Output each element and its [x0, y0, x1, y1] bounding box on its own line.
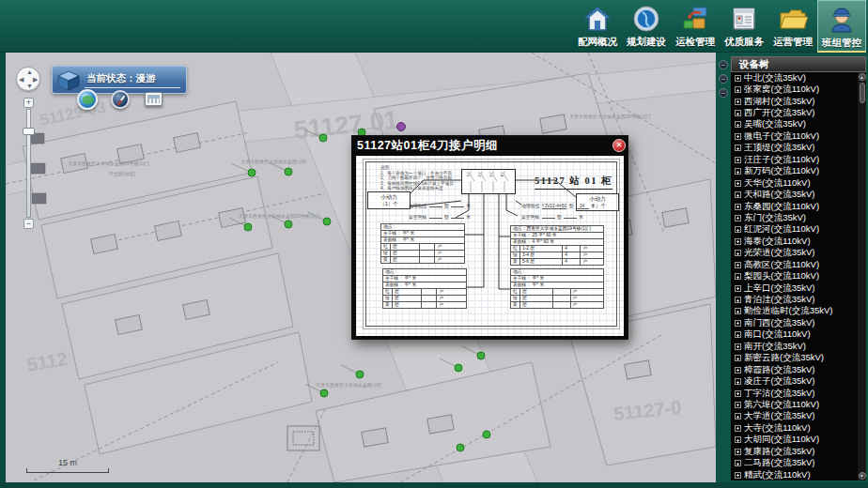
substation-marker[interactable]: [455, 364, 462, 372]
device-tree-item[interactable]: 青泊洼(交流35kV): [731, 294, 858, 305]
device-tree-item[interactable]: 中北(交流35kV): [731, 72, 858, 84]
toolbar-item-operation[interactable]: 运营管理: [768, 0, 817, 53]
device-tree-item[interactable]: 吴嘴(交流35kV): [731, 119, 858, 130]
device-tree-item[interactable]: 丁字沽(交流35kV): [731, 388, 858, 399]
expand-icon[interactable]: [735, 413, 741, 419]
expand-icon[interactable]: [735, 331, 741, 338]
expand-icon[interactable]: [735, 250, 741, 256]
device-tree-item[interactable]: 红泥河(交流110kV): [731, 224, 858, 236]
substation-marker[interactable]: [285, 221, 292, 228]
substation-marker[interactable]: [244, 223, 252, 231]
substation-marker[interactable]: [457, 444, 464, 451]
expand-icon[interactable]: [735, 355, 741, 361]
device-tree-item[interactable]: 梨园头(交流110kV): [731, 270, 858, 282]
device-tree-item[interactable]: 第六埠(交流110kV): [731, 399, 858, 410]
device-tree-item[interactable]: 海泰(交流110kV): [731, 236, 858, 247]
toolbar-item-planning[interactable]: 规划建设: [622, 0, 671, 53]
substation-marker[interactable]: [323, 218, 331, 225]
device-tree-item[interactable]: 新密云路(交流35kV): [731, 353, 858, 364]
device-tree-item[interactable]: 新万码(交流110kV): [731, 166, 858, 177]
zoom-in-button[interactable]: +: [23, 98, 34, 108]
expand-icon[interactable]: [735, 273, 741, 280]
device-tree-item[interactable]: 南口(交流110kV): [731, 329, 858, 341]
expand-icon[interactable]: [735, 390, 741, 397]
substation-marker[interactable]: [320, 389, 328, 397]
zoom-out-button[interactable]: −: [23, 219, 34, 229]
device-tree-item[interactable]: 高教区(交流110kV): [731, 259, 858, 270]
globe-tool-icon[interactable]: [77, 89, 98, 110]
pan-up-icon[interactable]: ▲: [26, 69, 33, 75]
device-tree-item[interactable]: 西湖村(交流35kV): [731, 96, 858, 107]
zoom-slider[interactable]: + −: [23, 98, 34, 229]
substation-marker[interactable]: [248, 169, 256, 176]
substation-marker[interactable]: [477, 352, 485, 359]
pan-down-icon[interactable]: ▼: [26, 83, 33, 89]
device-tree-item[interactable]: 西广开(交流35kV): [731, 107, 858, 118]
device-tree-item[interactable]: 精武(交流110kV): [731, 469, 858, 480]
toolbar-item-team-control[interactable]: 班组管控: [817, 0, 866, 53]
substation-marker[interactable]: [319, 134, 327, 142]
substation-marker[interactable]: [356, 371, 364, 378]
panel-pin-button[interactable]: ─: [719, 74, 728, 84]
expand-icon[interactable]: [735, 157, 741, 163]
expand-icon[interactable]: [735, 238, 741, 245]
panel-collapse-button[interactable]: ─: [719, 60, 728, 69]
scroll-down-icon[interactable]: ▼: [859, 472, 866, 480]
device-tree-item[interactable]: 张家窝(交流110kV): [731, 84, 858, 95]
expand-icon[interactable]: [735, 402, 741, 408]
panel-menu-button[interactable]: ─: [719, 88, 728, 98]
substation-marker[interactable]: [483, 431, 490, 438]
device-tree-item[interactable]: 上辛口(交流35kV): [731, 282, 858, 294]
compass-tool-icon[interactable]: [111, 90, 130, 109]
expand-icon[interactable]: [735, 75, 741, 82]
device-tree-item[interactable]: 复康路(交流35kV): [731, 446, 858, 457]
device-tree-item[interactable]: 凌庄子(交流35kV): [731, 375, 858, 387]
device-tree-item[interactable]: 二马路(交流35kV): [731, 457, 858, 468]
zoom-slider-handle[interactable]: [23, 128, 35, 135]
device-tree-item[interactable]: 勤俭道临时(交流35kV): [731, 306, 858, 317]
expand-icon[interactable]: [735, 204, 741, 210]
close-icon[interactable]: ✕: [612, 139, 626, 152]
expand-icon[interactable]: [735, 86, 741, 93]
substation-marker-selected[interactable]: [397, 123, 406, 131]
device-tree-item[interactable]: 汪庄子(交流110kV): [731, 154, 858, 165]
device-tree-item[interactable]: 东门(交流35kV): [731, 212, 858, 223]
device-tree-item[interactable]: 大学道(交流35kV): [731, 411, 858, 422]
device-tree-item[interactable]: 南开(交流35kV): [731, 341, 858, 352]
expand-icon[interactable]: [735, 285, 741, 292]
pan-compass[interactable]: ▲ ▼ ◀ ▶: [16, 67, 40, 91]
expand-icon[interactable]: [735, 460, 741, 466]
device-tree-item[interactable]: 光荣道(交流35kV): [731, 248, 858, 259]
expand-icon[interactable]: [735, 226, 741, 233]
expand-icon[interactable]: [735, 343, 741, 350]
expand-icon[interactable]: [735, 367, 741, 374]
pan-left-icon[interactable]: ◀: [19, 76, 23, 83]
device-tree-item[interactable]: 微电子(交流110kV): [731, 130, 858, 142]
zoom-slider-track[interactable]: [26, 109, 31, 218]
device-tree-item[interactable]: 大胡同(交流110kV): [731, 435, 858, 446]
device-tree-item[interactable]: 南门西(交流35kV): [731, 317, 858, 328]
toolbar-item-inspection[interactable]: 运检管理: [671, 0, 720, 53]
toolbar-item-grid-overview[interactable]: 配网概况: [573, 0, 622, 53]
expand-icon[interactable]: [735, 180, 741, 187]
expand-icon[interactable]: [735, 145, 741, 151]
expand-icon[interactable]: [735, 133, 741, 140]
device-tree-item[interactable]: 王顶堤(交流35kV): [731, 143, 858, 154]
measure-tool-icon[interactable]: [145, 92, 163, 106]
expand-icon[interactable]: [735, 425, 741, 432]
device-tree-item[interactable]: 天和路(交流35kV): [731, 189, 858, 200]
expand-icon[interactable]: [735, 191, 741, 198]
expand-icon[interactable]: [735, 472, 741, 479]
substation-marker[interactable]: [285, 168, 292, 175]
device-tree-scrollbar[interactable]: ▲ ▼: [858, 72, 866, 480]
device-tree-item[interactable]: 大寺(交流110kV): [731, 422, 858, 434]
pan-right-icon[interactable]: ▶: [33, 76, 38, 83]
expand-icon[interactable]: [735, 215, 741, 221]
device-tree-item[interactable]: 东桑园(交流110kV): [731, 201, 858, 212]
expand-icon[interactable]: [735, 99, 741, 105]
expand-icon[interactable]: [735, 378, 741, 385]
scroll-thumb[interactable]: [860, 83, 865, 103]
device-tree-item[interactable]: 樟霞路(交流35kV): [731, 364, 858, 375]
expand-icon[interactable]: [735, 121, 741, 128]
expand-icon[interactable]: [735, 110, 741, 116]
